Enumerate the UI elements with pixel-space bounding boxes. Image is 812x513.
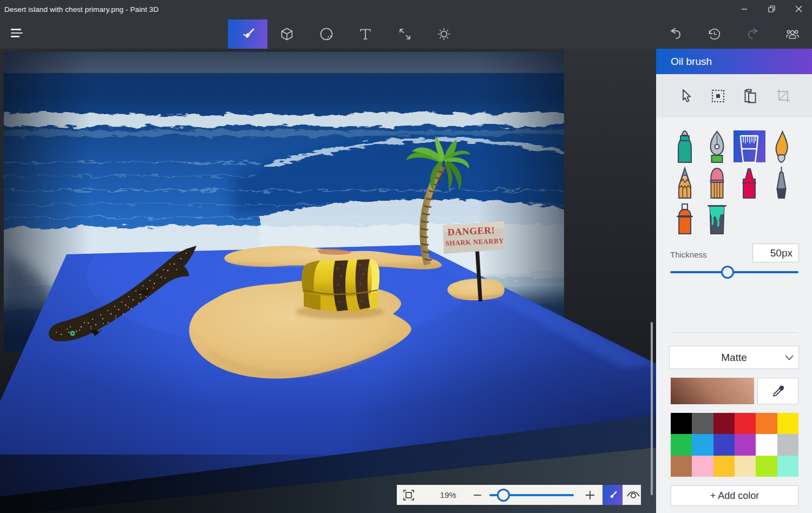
svg-text:DANGER!: DANGER! <box>447 225 495 238</box>
